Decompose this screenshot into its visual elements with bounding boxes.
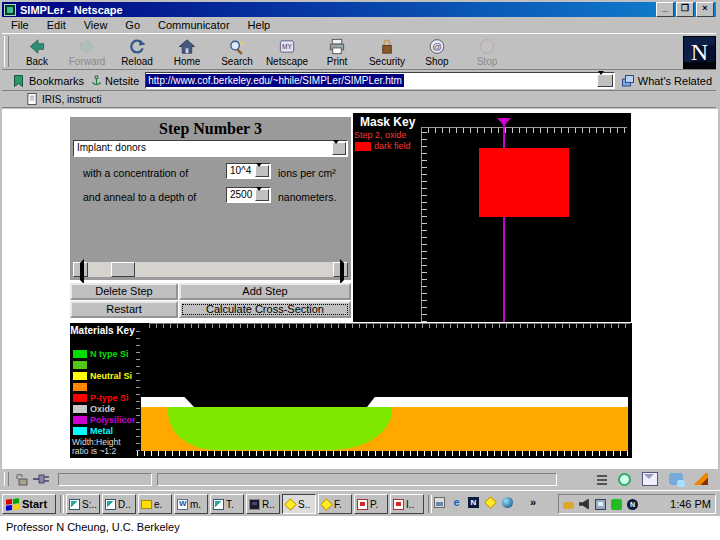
materials-key-title: Materials Key: [70, 323, 135, 336]
task-button-8[interactable]: F.: [318, 494, 352, 514]
menu-help[interactable]: Help: [239, 18, 280, 32]
restart-button[interactable]: Restart: [70, 301, 178, 318]
menu-go[interactable]: Go: [116, 18, 149, 32]
mailbox-icon[interactable]: [642, 472, 658, 486]
location-bar: Bookmarks Netsite http://www.cof.berkele…: [2, 71, 716, 91]
netscape-icon[interactable]: N: [468, 497, 479, 508]
task-button-9[interactable]: P.: [354, 494, 388, 514]
volume-icon[interactable]: [579, 499, 590, 510]
quick-launch-overflow-chevron[interactable]: »: [530, 496, 536, 508]
netscape-logo[interactable]: N: [683, 36, 716, 69]
starburst-icon[interactable]: [484, 496, 496, 508]
url-field[interactable]: http://www.cof.berkeley.edu/~hhile/SIMPL…: [145, 72, 614, 89]
task-button-2[interactable]: D..: [102, 494, 136, 514]
stop-button[interactable]: Stop: [462, 34, 512, 69]
key-icon[interactable]: [563, 502, 574, 509]
netscape-tray-icon[interactable]: N: [627, 499, 638, 510]
netscape-window-icon: [4, 4, 16, 16]
navigator-icon[interactable]: [618, 473, 631, 486]
material-label: P-type Si: [90, 393, 129, 403]
title-bar: SIMPLer - Netscape _ ❐ ×: [2, 2, 716, 17]
padlock-open-icon[interactable]: [14, 472, 30, 486]
task-button-10[interactable]: I..: [390, 494, 424, 514]
status-bar: [2, 468, 718, 489]
status-green-icon[interactable]: [611, 499, 622, 510]
chevron-down-icon[interactable]: [255, 165, 269, 177]
scroll-right-button[interactable]: [333, 262, 348, 277]
search-button[interactable]: Search: [212, 34, 262, 69]
restore-button[interactable]: ❐: [676, 2, 694, 17]
back-button[interactable]: Back: [12, 34, 62, 69]
close-button[interactable]: ×: [696, 2, 714, 17]
mask-ruler-horizontal: [421, 127, 627, 133]
start-button[interactable]: Start: [2, 494, 56, 514]
shop-button[interactable]: @ Shop: [412, 34, 462, 69]
material-row-ntype: N type Si: [73, 349, 129, 359]
step-scrollbar[interactable]: [73, 262, 348, 277]
task-button-3[interactable]: e.: [138, 494, 172, 514]
calculate-cross-section-button[interactable]: Calculate Cross-Section: [179, 301, 351, 318]
menu-view[interactable]: View: [75, 18, 117, 32]
step-type-select[interactable]: Implant: donors: [73, 140, 348, 157]
taskbar-divider: [60, 495, 64, 513]
my-netscape-button[interactable]: MY Netscape: [262, 34, 312, 69]
task-button-6[interactable]: R..: [246, 494, 280, 514]
personal-bookmark-iris[interactable]: IRIS, instructi: [42, 94, 101, 105]
material-row-ptype: P-type Si: [73, 393, 129, 403]
taskbar-clock[interactable]: 1:46 PM: [670, 498, 711, 510]
bookmarks-button[interactable]: Bookmarks: [29, 75, 84, 87]
internet-explorer-icon[interactable]: e: [451, 497, 462, 508]
add-step-button[interactable]: Add Step: [179, 283, 351, 300]
globe-icon[interactable]: [502, 497, 513, 508]
mask-cursor-handle[interactable]: [497, 118, 511, 126]
minimize-button[interactable]: _: [656, 2, 674, 17]
mask-dark-field-rect[interactable]: [479, 148, 569, 217]
scrollbar-thumb[interactable]: [111, 262, 135, 277]
material-swatch: [73, 361, 87, 369]
security-button[interactable]: Security: [362, 34, 412, 69]
depth-select[interactable]: 2500: [226, 187, 271, 203]
menu-communicator[interactable]: Communicator: [149, 18, 239, 32]
toolbar-grip[interactable]: [4, 36, 9, 67]
search-icon: [227, 37, 247, 56]
slide: SIMPLer - Netscape _ ❐ × File Edit View …: [0, 0, 720, 540]
task-button-4[interactable]: m.: [174, 494, 208, 514]
print-icon: [327, 37, 347, 56]
task-button-1[interactable]: S:..: [66, 494, 100, 514]
discussions-icon[interactable]: [669, 473, 683, 485]
show-desktop-icon[interactable]: [434, 497, 445, 508]
svg-text:@: @: [432, 40, 442, 51]
forward-button[interactable]: Forward: [62, 34, 112, 69]
reload-button[interactable]: Reload: [112, 34, 162, 69]
composer-icon[interactable]: [694, 473, 708, 485]
menu-edit[interactable]: Edit: [38, 18, 75, 32]
task-button-5[interactable]: T.: [210, 494, 244, 514]
material-label: N type Si: [90, 349, 129, 359]
oxide-layer-right: [367, 397, 628, 407]
depth-units: nanometers.: [278, 191, 336, 203]
chevron-down-icon[interactable]: [332, 142, 346, 155]
menu-lines-icon[interactable]: [597, 473, 607, 485]
depth-label: and anneal to a depth of: [83, 191, 196, 203]
step-title: Step Number 3: [70, 117, 351, 138]
home-button[interactable]: Home: [162, 34, 212, 69]
task-button-7-active[interactable]: S..: [282, 494, 316, 514]
menu-file[interactable]: File: [2, 18, 38, 32]
word-doc-icon: [177, 499, 188, 510]
n-type-implant-region: [168, 407, 392, 450]
chevron-down-icon[interactable]: [255, 189, 269, 201]
url-dropdown-button[interactable]: [597, 74, 613, 87]
window-title: SIMPLer - Netscape: [20, 4, 123, 16]
material-swatch: [73, 383, 87, 391]
delete-step-button[interactable]: Delete Step: [70, 283, 178, 300]
network-icon[interactable]: [595, 499, 606, 510]
concentration-select[interactable]: 10^4: [226, 163, 271, 179]
url-text[interactable]: http://www.cof.berkeley.edu/~hhile/SIMPL…: [146, 74, 404, 87]
scroll-left-button[interactable]: [73, 262, 88, 277]
mask-ruler-vertical: [421, 127, 427, 322]
whats-related-button[interactable]: What's Related: [617, 74, 716, 88]
print-button[interactable]: Print: [312, 34, 362, 69]
material-label: Neutral Si: [90, 371, 132, 381]
component-bar: [597, 472, 718, 486]
plug-icon[interactable]: [32, 473, 52, 485]
